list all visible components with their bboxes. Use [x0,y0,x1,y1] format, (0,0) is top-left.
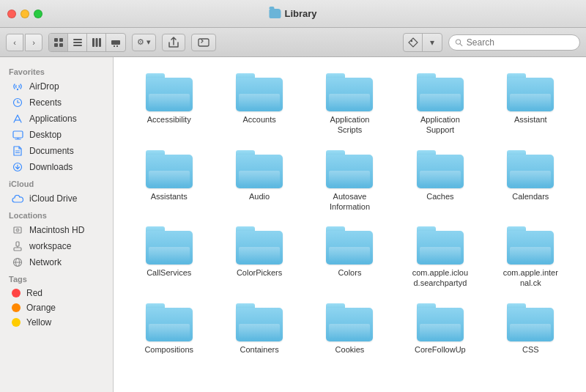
file-item[interactable]: ColorPickers [215,222,303,293]
svg-rect-12 [116,45,118,47]
svg-point-15 [456,39,460,43]
folder-back [146,78,193,111]
sidebar-item-workspace[interactable]: workspace [3,238,110,254]
back-button[interactable]: ‹ [6,34,23,51]
folder-sheen [420,324,461,339]
search-input[interactable] [467,37,574,48]
downloads-label: Downloads [29,162,73,172]
folder-icon [236,226,283,265]
sidebar-item-red[interactable]: Red [3,286,110,300]
share-button[interactable] [162,34,185,51]
folder-icon [326,226,373,265]
file-item[interactable]: Application Scripts [306,69,393,140]
folder-back [417,155,464,188]
file-item[interactable]: Cookies [306,299,393,359]
sidebar-item-yellow[interactable]: Yellow [3,315,110,330]
sidebar-item-airdrop[interactable]: AirDrop [3,78,110,95]
tag-button[interactable] [404,34,423,51]
file-item[interactable]: com.apple.internal.ck [487,222,574,293]
search-box[interactable] [448,34,580,51]
close-button[interactable] [7,10,16,18]
file-name: CoreFollowUp [415,344,466,355]
view-list-button[interactable] [68,34,87,51]
file-item[interactable]: CallServices [125,222,212,293]
sidebar-item-documents[interactable]: Documents [3,143,110,159]
file-name: Caches [426,191,453,201]
folder-icon [326,303,373,341]
folder-back [417,78,464,111]
file-item[interactable]: CSS [487,299,574,359]
file-name: Accounts [242,114,275,125]
arrange-button[interactable]: ⚙ ▾ [132,34,156,51]
applications-label: Applications [29,114,77,124]
traffic-lights [7,10,42,18]
svg-point-28 [17,229,18,230]
locations-header: Locations [0,207,113,222]
sidebar-item-applications[interactable]: Applications [3,111,110,127]
minimize-button[interactable] [21,10,29,18]
icloud-drive-label: iCloud Drive [29,193,77,204]
file-item[interactable]: Audio [215,146,303,217]
file-item[interactable]: com.apple.icloud.searchpartyd [396,222,483,293]
file-item[interactable]: Accounts [215,69,303,140]
svg-rect-9 [99,38,101,47]
recents-label: Recents [29,97,62,108]
documents-label: Documents [29,146,74,156]
file-item[interactable]: Calendars [487,146,574,217]
sidebar-item-downloads[interactable]: Downloads [3,159,110,175]
folder-sheen [420,171,461,185]
main-area: Favorites AirDrop Recents Applications D… [0,57,586,392]
file-item[interactable]: Application Support [396,69,483,140]
yellow-tag-dot [12,318,21,327]
folder-back [417,231,464,265]
icloud-header: iCloud [0,175,113,191]
share-dropdown-button[interactable]: ▾ [423,34,442,51]
view-gallery-button[interactable] [106,34,125,51]
folder-icon [326,150,373,188]
folder-sheen [239,324,280,339]
sidebar-item-orange[interactable]: Orange [3,300,110,315]
folder-sheen [329,324,370,339]
view-icon-button[interactable] [49,34,68,51]
file-grid: Accessibility Accounts Application Scrip… [125,69,574,359]
svg-rect-8 [95,38,97,47]
file-item[interactable]: Compositions [125,299,212,359]
sidebar-item-network[interactable]: Network [3,254,110,270]
sidebar-item-macintosh-hd[interactable]: Macintosh HD [3,222,110,238]
folder-sheen [329,94,370,108]
folder-sheen [239,171,280,185]
forward-button[interactable]: › [25,34,42,51]
view-column-button[interactable] [87,34,106,51]
network-icon [12,256,23,268]
folder-back [507,78,554,111]
maximize-button[interactable] [34,10,42,18]
file-item[interactable]: Assistant [487,69,574,140]
file-item[interactable]: Autosave Information [306,146,393,217]
folder-sheen [420,94,461,108]
file-item[interactable]: Caches [396,146,483,217]
file-item[interactable]: Assistants [125,146,212,217]
folder-icon [146,303,193,341]
file-name: Assistant [514,114,547,125]
folder-sheen [510,324,551,339]
file-name: ColorPickers [237,267,282,278]
nav-buttons: ‹ › [6,34,42,51]
favorites-header: Favorites [0,63,113,78]
folder-icon [417,303,464,341]
folder-icon [507,303,554,341]
svg-rect-30 [14,248,21,251]
airdrop-icon [12,81,23,92]
file-item[interactable]: Containers [215,299,303,359]
red-tag-label: Red [26,288,42,298]
folder-icon [146,73,193,111]
sidebar-item-recents[interactable]: Recents [3,95,110,111]
sidebar-item-desktop[interactable]: Desktop [3,127,110,143]
file-item[interactable]: Colors [306,222,393,293]
folder-sheen [329,171,370,185]
file-item[interactable]: CoreFollowUp [396,299,483,359]
path-button[interactable] [191,34,216,51]
orange-tag-label: Orange [26,303,56,313]
folder-back [326,155,373,188]
sidebar-item-icloud-drive[interactable]: iCloud Drive [3,191,110,207]
file-item[interactable]: Accessibility [125,69,212,140]
